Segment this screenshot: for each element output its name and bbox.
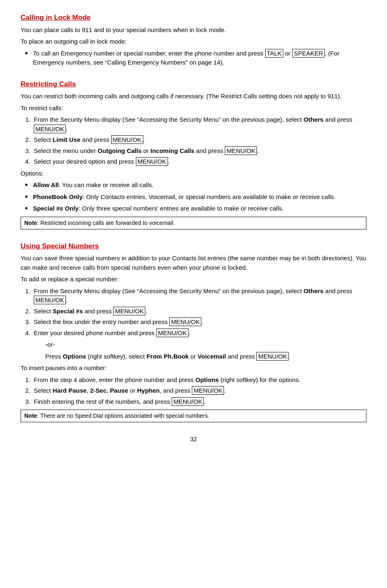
s2s1-text: From the Security Menu display (See “Acc… — [34, 116, 303, 123]
s1b1-text-middle: or — [283, 50, 292, 57]
section1-title: Calling in Lock Mode — [21, 12, 366, 23]
ps1-text: From the step 4 above, enter the phone n… — [34, 376, 196, 383]
press-bold1: Options — [63, 353, 86, 360]
s3s1-text: From the Security Menu display (See “Acc… — [34, 287, 303, 294]
press-middle: (right softkey), select — [86, 353, 147, 360]
s1b1-key2: SPEAKER — [292, 49, 325, 58]
section2-intro2: To restrict calls: — [21, 104, 366, 113]
section2-steps: From the Security Menu display (See “Acc… — [32, 115, 366, 167]
press-bold2: From Ph.Book — [147, 353, 189, 360]
section3-pause-steps: From the step 4 above, enter the phone n… — [32, 375, 366, 407]
s3s4-key1: MENU/OK — [156, 329, 189, 337]
s3s2-key1: MENU/OK — [113, 307, 145, 315]
s2s1-text2: and press — [324, 116, 352, 123]
section3-step1: From the Security Menu display (See “Acc… — [32, 287, 366, 305]
s2s3-bold1: Outgoing Calls — [98, 147, 142, 154]
section3-steps: From the Security Menu display (See “Acc… — [32, 287, 366, 338]
s1b1-text-before: To call an Emergency number or special n… — [33, 50, 265, 57]
press-end: and press — [226, 353, 256, 360]
s2s4-text: Select your desired option and press — [34, 158, 136, 165]
ps2-key1: MENU/OK — [192, 386, 224, 395]
section-special-numbers: Using Special Numbers You can save three… — [21, 241, 366, 423]
ps2-text: Select — [34, 387, 53, 394]
section2-option2: PhoneBook Only: Only Contacts entries, V… — [25, 192, 366, 202]
s2s4-text2: . — [168, 158, 170, 165]
s2s2-bold1: Limit Use — [53, 136, 81, 143]
ps1-text2: (right softkey) for the options. — [219, 376, 300, 383]
s3s3-key1: MENU/OK — [169, 317, 201, 326]
press-final: . — [289, 353, 290, 360]
s2o2-text: : Only Contacts entries, Voicemail, or s… — [83, 193, 336, 200]
section2-options: Allow All: You can make or receive all c… — [25, 181, 366, 213]
section2-step1: From the Security Menu display (See “Acc… — [32, 115, 366, 134]
s1b1-key1: TALK — [265, 49, 283, 58]
s2o1-bold: Allow All — [33, 181, 59, 188]
ps2-text5: . — [224, 387, 226, 394]
section3-note-label: Note — [24, 412, 37, 419]
ps2-bold3: Hyphen — [137, 387, 160, 394]
ps2-bold2: 2-Sec. Pause — [90, 387, 128, 394]
s3s4-text: Enter your desired phone number and pres… — [34, 329, 156, 336]
s3s2-bold1: Special #s — [53, 308, 83, 315]
press-middle2: or — [189, 353, 198, 360]
s3s1-key1: MENU/OK — [34, 296, 66, 304]
s2s2-text2: and press — [80, 136, 111, 143]
s3s4-text2: . — [189, 329, 190, 336]
section3-title: Using Special Numbers — [21, 241, 366, 252]
press-line: Press Options (right softkey), select Fr… — [45, 352, 366, 361]
ps2-bold1: Hard Pause — [53, 387, 87, 394]
s3s2-text3: . — [145, 308, 147, 315]
section2-intro1: You can restrict both incoming calls and… — [21, 92, 366, 101]
section1-bullets: To call an Emergency number or special n… — [25, 49, 366, 67]
section3-intro2: To add or replace a special number: — [21, 275, 366, 284]
section-calling-lock-mode: Calling in Lock Mode You can place calls… — [21, 12, 366, 67]
s2s3-bold2: Incoming Calls — [150, 147, 194, 154]
s2s1-text3: . — [66, 125, 68, 132]
s2s3-key1: MENU/OK — [225, 146, 257, 155]
section-restricting-calls: Restricting Calls You can restrict both … — [21, 79, 366, 229]
s2s1-bold1: Others — [303, 116, 323, 123]
s2o1-text: : You can make or receive all calls. — [59, 181, 154, 188]
section2-note: Note: Restricted incoming calls are forw… — [21, 217, 366, 229]
ps2-text2: , — [86, 387, 90, 394]
s3s1-bold1: Others — [303, 287, 323, 294]
pause-step1: From the step 4 above, enter the phone n… — [32, 375, 366, 385]
section2-option3: Special #s Only: Only three special numb… — [25, 204, 366, 213]
s2s2-text: Select — [34, 136, 53, 143]
section1-bullet1: To call an Emergency number or special n… — [25, 49, 366, 67]
s2s1-key1: MENU/OK — [34, 125, 66, 133]
section3-step2: Select Special #s and press MENU/OK. — [32, 307, 366, 316]
pause-step2: Select Hard Pause, 2-Sec. Pause or Hyphe… — [32, 386, 366, 396]
section1-intro2: To place an outgoing call in lock mode: — [21, 37, 366, 46]
ps3-key1: MENU/OK — [172, 397, 204, 406]
s2s2-text3: . — [143, 136, 145, 143]
section2-note-label: Note — [24, 220, 37, 226]
or-line: -or- — [45, 340, 366, 350]
s2s2-key1: MENU/OK — [111, 135, 143, 144]
ps3-text: Finish entering the rest of the numbers,… — [34, 398, 172, 405]
pause-step3: Finish entering the rest of the numbers,… — [32, 397, 366, 407]
press-bold3: Voicemail — [198, 353, 226, 360]
s3s1-text2: and press — [324, 287, 352, 294]
section2-step4: Select your desired option and press MEN… — [32, 157, 366, 167]
ps3-text2: . — [204, 398, 205, 405]
section2-note-text: : Restricted incoming calls are forwarde… — [37, 220, 175, 226]
section2-title: Restricting Calls — [21, 79, 366, 90]
or-section: -or- Press Options (right softkey), sele… — [45, 340, 366, 361]
s2s3-text: Select the menu under — [34, 147, 98, 154]
section3-note: Note: There are no Speed Dial options as… — [21, 410, 366, 422]
s3s3-text: Select the box under the entry number an… — [34, 318, 169, 325]
section2-step3: Select the menu under Outgoing Calls or … — [32, 146, 366, 156]
s3s2-text2: and press — [83, 308, 113, 315]
ps2-text3: or — [128, 387, 137, 394]
press-before: Press — [45, 353, 63, 360]
section1-intro1: You can place calls to 911 and to your s… — [21, 25, 366, 35]
section3-step4: Enter your desired phone number and pres… — [32, 329, 366, 338]
s2o3-text: : Only three special numbers’ entries ar… — [79, 205, 284, 212]
section2-option1: Allow All: You can make or receive all c… — [25, 181, 366, 190]
section2-step2: Select Limit Use and press MENU/OK. — [32, 135, 366, 145]
section2-options-label: Options: — [21, 169, 366, 178]
s2s3-text4: . — [257, 147, 259, 154]
page-number: 32 — [21, 435, 366, 444]
s2s3-text3: and press — [194, 147, 225, 154]
